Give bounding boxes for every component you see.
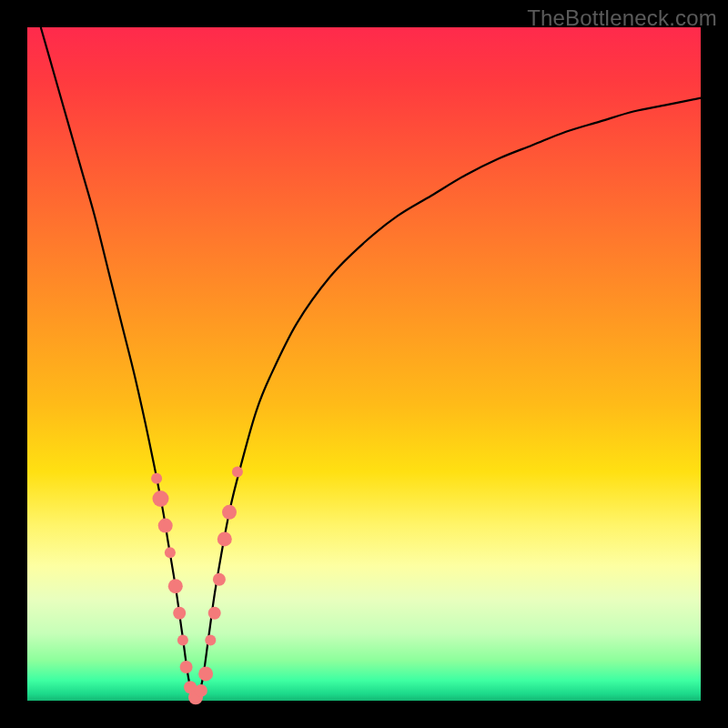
- data-marker: [198, 666, 213, 681]
- plot-area: [27, 27, 701, 701]
- data-marker: [208, 607, 221, 620]
- watermark-text: TheBottleneck.com: [527, 5, 717, 31]
- data-marker: [173, 607, 186, 620]
- data-marker: [180, 661, 193, 673]
- marker-group: [151, 466, 243, 704]
- data-marker: [195, 684, 207, 697]
- data-marker: [177, 634, 188, 645]
- data-marker: [151, 473, 162, 484]
- data-marker: [158, 519, 173, 533]
- data-marker: [153, 490, 169, 507]
- bottleneck-curve: [41, 27, 701, 701]
- bottleneck-curve-svg: [27, 27, 701, 701]
- data-marker: [213, 573, 226, 586]
- data-marker: [217, 531, 232, 546]
- data-marker: [222, 505, 237, 520]
- data-marker: [165, 547, 176, 558]
- data-marker: [168, 579, 183, 593]
- data-marker: [232, 466, 243, 477]
- data-marker: [205, 634, 216, 645]
- chart-frame: TheBottleneck.com: [0, 0, 728, 728]
